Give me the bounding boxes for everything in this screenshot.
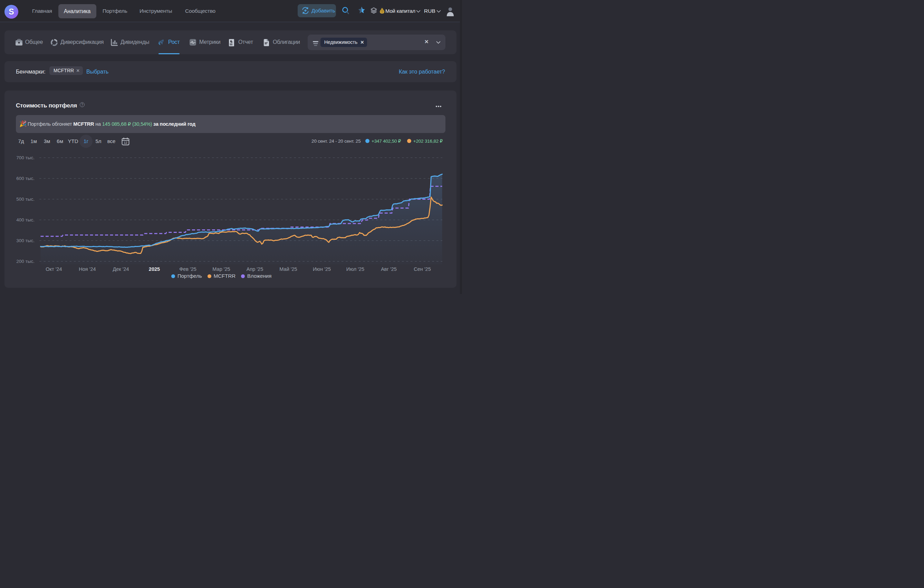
- svg-text:12: 12: [124, 141, 127, 144]
- svg-text:$: $: [381, 10, 383, 13]
